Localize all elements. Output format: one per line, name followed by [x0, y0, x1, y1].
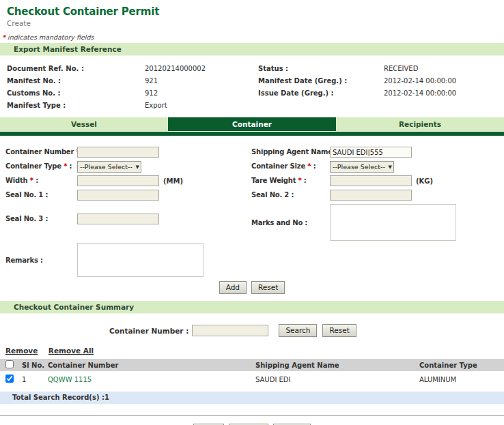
status-row: Status : RECEIVED — [258, 62, 504, 74]
add-button[interactable]: Add — [219, 281, 247, 294]
document-ref-value: 20120214000002 — [145, 65, 206, 72]
remarks-label: Remarks : — [5, 243, 77, 264]
container-number-link[interactable]: QQWW 1115 — [48, 376, 92, 383]
search-container-number-input[interactable] — [192, 325, 268, 336]
manifest-no-row: Manifest No. : 921 — [7, 74, 258, 87]
seal-no-2-input[interactable] — [330, 190, 412, 201]
marks-and-no-label: Marks and No : — [251, 204, 330, 226]
shipping-agent-row: Shipping Agent Name * : — [251, 147, 499, 158]
footer-divider — [0, 415, 504, 416]
tab-bar: Vessel Container Recipients — [0, 117, 504, 131]
container-form: Container Number * : Container Type * : … — [0, 136, 504, 280]
tare-weight-label: Tare Weight * : — [251, 175, 330, 184]
manifest-date-value: 2012-02-14 00:00:00 — [384, 77, 456, 85]
issue-date-label: Issue Date (Greg.) : — [258, 89, 384, 97]
manifest-info-grid: Document Ref. No. : 20120214000002 Manif… — [0, 56, 504, 113]
row-shipping-agent: SAUDI EDI — [253, 371, 417, 387]
issue-date-value: 2012-02-14 00:00:00 — [384, 89, 456, 97]
marks-and-no-textarea[interactable] — [330, 204, 456, 241]
checkout-container-summary-header: Checkout Container Summary — [0, 301, 504, 314]
manifest-date-label: Manifest Date (Greg.) : — [258, 77, 384, 85]
customs-no-label: Customs No. : — [7, 89, 145, 97]
width-unit-label: (MM) — [159, 175, 183, 185]
chevron-down-icon: ▼ — [387, 164, 392, 170]
tab-vessel[interactable]: Vessel — [0, 117, 168, 131]
mandatory-note-text: indicates mandatory fields — [5, 33, 94, 41]
seal-no-3-row: Seal No. 3 : — [5, 214, 251, 225]
customs-no-value: 912 — [145, 89, 158, 97]
tare-weight-unit-label: (KG) — [412, 175, 433, 185]
form-left-column: Container Number * : Container Type * : … — [5, 147, 251, 280]
table-header-row: Sl No. Container Number Shipping Agent N… — [0, 359, 504, 371]
marks-and-no-row: Marks and No : — [251, 204, 499, 241]
tab-container[interactable]: Container — [168, 117, 336, 131]
shipping-agent-label: Shipping Agent Name * : — [251, 147, 330, 156]
shipping-agent-column-header: Shipping Agent Name — [253, 359, 417, 371]
customs-no-row: Customs No. : 912 — [7, 87, 258, 99]
status-label: Status : — [258, 65, 384, 72]
container-size-row: Container Size * : --Please Select--▼ — [251, 161, 499, 173]
remove-links-row: Remove Remove All — [0, 345, 504, 359]
search-container-number-label: Container Number : — [109, 327, 188, 335]
left-column-spacer — [5, 204, 251, 214]
container-type-label: Container Type * : — [5, 161, 77, 170]
manifest-info-left-column: Document Ref. No. : 20120214000002 Manif… — [7, 62, 258, 111]
width-input[interactable] — [77, 175, 159, 186]
remarks-row: Remarks : — [5, 243, 251, 277]
container-type-select[interactable]: --Please Select--▼ — [77, 161, 141, 173]
form-right-column: Shipping Agent Name * : Container Size *… — [251, 147, 499, 280]
status-value: RECEIVED — [384, 65, 418, 72]
page-title: Checkout Container Permit — [0, 0, 504, 18]
seal-no-2-label: Seal No. 2 : — [251, 190, 330, 199]
tare-weight-input[interactable] — [330, 175, 412, 186]
search-button[interactable]: Search — [279, 324, 317, 337]
container-type-row: Container Type * : --Please Select--▼ — [5, 161, 251, 173]
row-select-checkbox[interactable] — [5, 375, 14, 383]
checkout-container-permit-page: Checkout Container Permit Create * indic… — [0, 0, 504, 425]
tare-weight-row: Tare Weight * : (KG) — [251, 175, 499, 187]
mandatory-fields-note: * indicates mandatory fields — [0, 27, 504, 43]
remove-all-link[interactable]: Remove All — [48, 347, 94, 355]
width-label: Width * : — [5, 175, 77, 184]
seal-no-1-input[interactable] — [77, 190, 159, 201]
row-container-type: ALUMINUM — [417, 371, 504, 387]
total-records-bar: Total Search Record(s) :1 — [0, 392, 504, 404]
seal-no-1-row: Seal No. 1 : — [5, 190, 251, 201]
remarks-textarea[interactable] — [77, 243, 204, 277]
manifest-info-right-column: Status : RECEIVED Manifest Date (Greg.) … — [258, 62, 504, 111]
issue-date-row: Issue Date (Greg.) : 2012-02-14 00:00:00 — [258, 87, 504, 99]
search-reset-button[interactable]: Reset — [322, 324, 356, 337]
left-column-spacer-2 — [5, 228, 251, 243]
row-sl-no: 1 — [19, 371, 45, 387]
form-reset-button[interactable]: Reset — [251, 281, 285, 294]
seal-no-3-input[interactable] — [77, 214, 159, 224]
container-number-column-header: Container Number — [45, 359, 253, 371]
seal-no-3-label: Seal No. 3 : — [5, 214, 77, 222]
manifest-type-value: Export — [145, 102, 167, 109]
width-row: Width * : (MM) — [5, 175, 251, 187]
document-ref-row: Document Ref. No. : 20120214000002 — [7, 62, 258, 74]
container-number-label: Container Number * : — [5, 147, 77, 156]
manifest-no-label: Manifest No. : — [7, 77, 145, 85]
select-all-checkbox[interactable] — [5, 360, 14, 368]
manifest-date-row: Manifest Date (Greg.) : 2012-02-14 00:00… — [258, 74, 504, 87]
tab-recipients[interactable]: Recipients — [336, 117, 504, 131]
container-type-column-header: Container Type — [417, 359, 504, 371]
export-manifest-reference-header: Export Manifest Reference — [0, 43, 504, 56]
container-number-row: Container Number * : — [5, 147, 251, 158]
remove-link[interactable]: Remove — [5, 347, 38, 355]
container-number-input[interactable] — [77, 147, 159, 158]
manifest-no-value: 921 — [145, 77, 158, 85]
manifest-type-row: Manifest Type : Export — [7, 99, 258, 111]
shipping-agent-input[interactable] — [330, 147, 412, 158]
seal-no-2-row: Seal No. 2 : — [251, 190, 499, 201]
container-summary-table: Sl No. Container Number Shipping Agent N… — [0, 359, 504, 387]
chevron-down-icon: ▼ — [134, 164, 139, 170]
summary-search-row: Container Number : Search Reset — [0, 314, 504, 345]
page-subtitle: Create — [0, 18, 504, 27]
container-size-select[interactable]: --Please Select--▼ — [330, 161, 394, 173]
table-row: 1 QQWW 1115 SAUDI EDI ALUMINUM — [0, 371, 504, 387]
seal-no-1-label: Seal No. 1 : — [5, 190, 77, 199]
manifest-type-label: Manifest Type : — [7, 102, 145, 109]
form-action-buttons: Add Reset — [0, 281, 504, 294]
